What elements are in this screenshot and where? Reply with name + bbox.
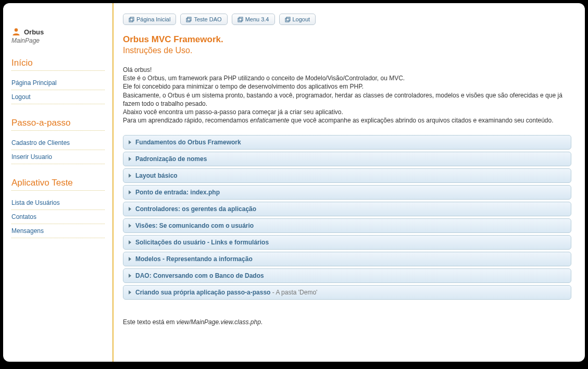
footer-note: Este texto está em view/MainPage.view.cl… — [123, 318, 571, 326]
svg-rect-6 — [239, 17, 243, 21]
button-label: Menu 3.4 — [245, 16, 269, 22]
chevron-right-icon — [129, 274, 131, 278]
button-label: Logout — [293, 16, 310, 22]
brand-subtitle: MainPage — [11, 37, 105, 44]
sidebar: Orbus MainPage Início Página Principal L… — [3, 3, 112, 362]
accordion-item-modelos[interactable]: Modelos - Representando a informação — [123, 252, 571, 266]
svg-rect-5 — [238, 18, 242, 22]
brand-name: Orbus — [24, 28, 44, 36]
intro-line: Ele foi concebido para minimizar o tempo… — [123, 82, 571, 91]
intro-line: Este é o Orbus, um framework para PHP ut… — [123, 74, 571, 82]
sidebar-link-cadastro-clientes[interactable]: Cadastro de Clientes — [11, 136, 105, 150]
chevron-right-icon — [129, 290, 131, 294]
intro-line: Olá orbus! — [123, 66, 571, 74]
svg-rect-3 — [186, 18, 190, 22]
chevron-right-icon — [129, 207, 131, 211]
sidebar-link-mensagens[interactable]: Mensagens — [11, 224, 105, 238]
toolbar-menu-button[interactable]: Menu 3.4 — [232, 14, 275, 25]
toolbar-pagina-inicial-button[interactable]: Página Inicial — [123, 14, 176, 25]
app-frame: Orbus MainPage Início Página Principal L… — [3, 3, 585, 362]
button-label: Página Inicial — [136, 16, 170, 22]
intro-line: Abaixo você encontra um passo-a-passo pa… — [123, 108, 571, 116]
svg-rect-2 — [130, 17, 134, 21]
chevron-right-icon — [129, 257, 131, 261]
sidebar-link-inserir-usuario[interactable]: Inserir Usuario — [11, 150, 105, 164]
sidebar-section-passo: Passo-a-passo — [11, 118, 105, 131]
chevron-right-icon — [129, 240, 131, 244]
intro-line: Para um aprendizado rápido, recomendamos… — [123, 116, 571, 125]
svg-rect-8 — [286, 17, 290, 21]
toolbar-teste-dao-button[interactable]: Teste DAO — [180, 14, 227, 25]
accordion-item-visoes[interactable]: Visões: Se comunicando com o usuário — [123, 218, 571, 233]
accordion-item-dao[interactable]: DAO: Conversando com o Banco de Dados — [123, 268, 571, 283]
user-icon — [11, 27, 21, 36]
chevron-right-icon — [129, 174, 131, 178]
newwin-icon — [237, 17, 243, 22]
svg-rect-4 — [187, 17, 191, 21]
sidebar-link-pagina-principal[interactable]: Página Principal — [11, 76, 105, 90]
svg-rect-1 — [129, 18, 133, 22]
chevron-right-icon — [129, 190, 131, 194]
accordion-item-criando[interactable]: Criando sua própria aplicação passo-a-pa… — [123, 285, 571, 300]
chevron-right-icon — [129, 157, 131, 161]
svg-point-0 — [15, 28, 18, 31]
chevron-right-icon — [129, 224, 131, 228]
newwin-icon — [186, 17, 192, 22]
accordion-item-controladores[interactable]: Controladores: os gerentes da aplicação — [123, 202, 571, 216]
main-content: Página Inicial Teste DAO Menu 3.4 — [112, 3, 585, 362]
sidebar-link-lista-usuarios[interactable]: Lista de Usuários — [11, 196, 105, 210]
toolbar-logout-button[interactable]: Logout — [279, 14, 316, 25]
intro-text: Olá orbus! Este é o Orbus, um framework … — [123, 66, 571, 125]
sidebar-link-contatos[interactable]: Contatos — [11, 210, 105, 224]
svg-rect-7 — [285, 18, 289, 22]
newwin-icon — [285, 17, 291, 22]
accordion-item-solicitacoes[interactable]: Solicitações do usuário - Links e formul… — [123, 235, 571, 250]
toolbar: Página Inicial Teste DAO Menu 3.4 — [123, 14, 571, 25]
newwin-icon — [129, 17, 134, 22]
brand: Orbus — [11, 27, 105, 36]
page-title: Orbus MVC Framework. — [123, 34, 571, 45]
accordion-item-fundamentos[interactable]: Fundamentos do Orbus Framework — [123, 135, 571, 150]
sidebar-link-logout[interactable]: Logout — [11, 90, 105, 104]
accordion-item-layout[interactable]: Layout básico — [123, 168, 571, 183]
sidebar-section-aplicativo: Aplicativo Teste — [11, 178, 105, 191]
accordion-item-padronizacao[interactable]: Padronização de nomes — [123, 152, 571, 166]
intro-line: Basicamente, o Orbus é um sistema pronto… — [123, 91, 571, 108]
accordion: Fundamentos do Orbus Framework Padroniza… — [123, 135, 571, 300]
button-label: Teste DAO — [194, 16, 221, 22]
page-subtitle: Instruções de Uso. — [123, 46, 571, 55]
sidebar-section-inicio: Início — [11, 58, 105, 71]
chevron-right-icon — [129, 140, 131, 144]
accordion-item-ponto-entrada[interactable]: Ponto de entrada: index.php — [123, 185, 571, 200]
